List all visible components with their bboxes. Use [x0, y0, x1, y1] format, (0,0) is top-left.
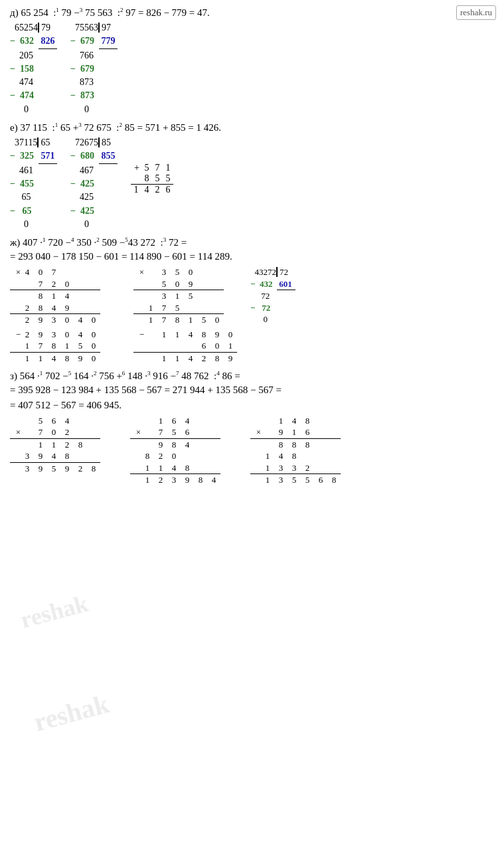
section-z: з) 564 ·1 702 −5 164 ·2 756 +6 148 ·3 91… [10, 370, 494, 486]
div-e2: 7267585 − 680 855 467 − 425 425 − 425 0 [70, 136, 118, 231]
mult-zh2: ×350 509 315 175 178150 [133, 266, 224, 326]
section-d-title: д) 65 254 :1 79 −3 75 563 :2 97 = 826 − … [10, 7, 494, 19]
section-e-calculations: 3711565 − 325 571 461 − 455 65 − 65 0 72… [10, 136, 494, 231]
section-d-calculations: 6525479 − 632 826 205 − 158 474 − 474 0 … [10, 21, 494, 116]
mult-z3: 148 ×916 888 148 1332 135568 [250, 415, 341, 486]
section-d: д) 65 254 :1 79 −3 75 563 :2 97 = 826 − … [10, 7, 494, 116]
logo-badge: reshak.ru [456, 5, 496, 20]
section-z-result2: = 407 512 − 567 = 406 945. [10, 400, 494, 411]
section-zh-result: = 293 040 − 178 150 − 601 = 114 890 − 60… [10, 251, 494, 262]
add-row-2: 855 [131, 173, 173, 185]
div-d1: 6525479 − 632 826 205 − 158 474 − 474 0 [10, 21, 57, 116]
div-e1: 3711565 − 325 571 461 − 455 65 − 65 0 [10, 136, 57, 231]
section-zh: ж) 407 ·1 720 −4 350 ·2 509 −543 272 :3 … [10, 236, 494, 364]
watermark-1: reshak [17, 589, 91, 634]
sub-zh1: −293040 178150 114890 [10, 329, 100, 365]
section-zh-title: ж) 407 ·1 720 −4 350 ·2 509 −543 272 :3 … [10, 236, 494, 248]
section-z-calcs: 564 ×702 1128 3948 395928 164 ×756 984 8… [10, 415, 494, 486]
mult-zh1: ×407 720 814 2849 293040 [10, 266, 100, 326]
section-zh-sub: −293040 178150 114890 −114890 601 114289 [10, 329, 494, 365]
mult-z1: 564 ×702 1128 3948 395928 [10, 415, 100, 475]
sub-zh2: −114890 601 114289 [133, 329, 237, 365]
watermark-2: reshak [31, 688, 112, 738]
add-row-sign: +571 [131, 163, 173, 173]
add-result: 1426 [131, 185, 173, 196]
section-z-title: з) 564 ·1 702 −5 164 ·2 756 +6 148 ·3 91… [10, 370, 494, 382]
section-e: е) 37 115 :1 65 +3 72 675 :2 85 = 571 + … [10, 122, 494, 231]
section-e-title: е) 37 115 :1 65 +3 72 675 :2 85 = 571 + … [10, 122, 494, 133]
mult-z2: 164 ×756 984 820 1148 123984 [130, 415, 220, 486]
section-z-result1: = 395 928 − 123 984 + 135 568 − 567 = 27… [10, 385, 494, 396]
section-zh-calcs: ×407 720 814 2849 293040 ×350 509 315 17… [10, 266, 494, 326]
div-zh3: 4327272 − 432 601 72 − 72 0 [250, 266, 295, 325]
div-d2: 7556397 − 679 779 766 − 679 873 − 873 0 [70, 21, 118, 116]
addition-e: +571 855 1426 [131, 163, 173, 195]
